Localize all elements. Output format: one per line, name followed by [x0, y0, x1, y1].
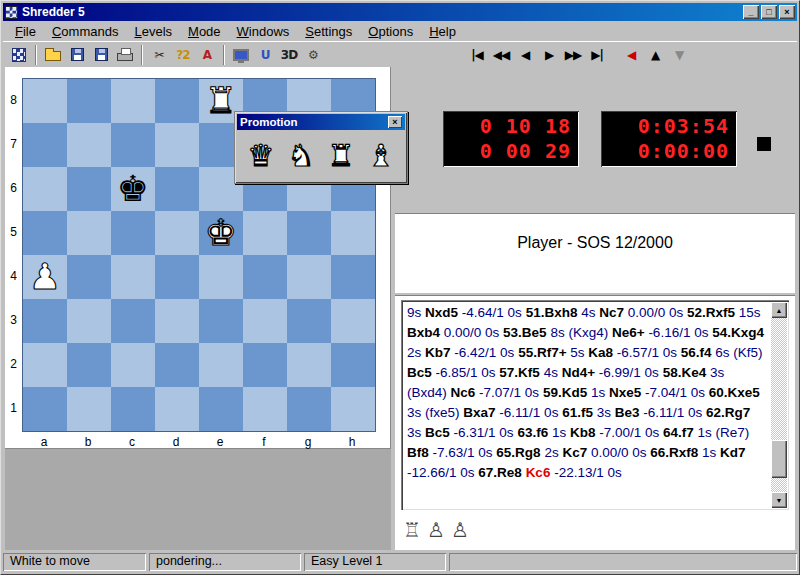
move-text[interactable]: Ka8: [588, 345, 613, 360]
square-d2[interactable]: [155, 343, 199, 387]
square-g1[interactable]: [287, 387, 331, 431]
settings-button[interactable]: ⚙: [301, 44, 325, 66]
square-b4[interactable]: [67, 255, 111, 299]
square-d4[interactable]: [155, 255, 199, 299]
square-d6[interactable]: [155, 167, 199, 211]
black-king[interactable]: ♚: [117, 167, 149, 211]
square-g2[interactable]: [287, 343, 331, 387]
square-b5[interactable]: [67, 211, 111, 255]
go-end-button[interactable]: ▶|: [585, 44, 609, 66]
move-text[interactable]: Bxa7: [463, 405, 495, 420]
move-text[interactable]: 67.Re8: [478, 465, 522, 480]
move-text[interactable]: Nd4+: [562, 365, 595, 380]
move-text[interactable]: 55.Rf7+: [518, 345, 566, 360]
square-c6[interactable]: ♚: [111, 167, 155, 211]
move-list[interactable]: 9s Nxd5 -4.64/1 0s 51.Bxh8 4s Nc7 0.00/0…: [401, 300, 789, 510]
move-text[interactable]: Ne6+: [612, 325, 645, 340]
white-king[interactable]: ♚: [205, 211, 237, 255]
move-text[interactable]: Kb7: [425, 345, 451, 360]
square-f4[interactable]: [243, 255, 287, 299]
square-h5[interactable]: [331, 211, 375, 255]
current-move[interactable]: Kc6: [526, 465, 551, 480]
move-text[interactable]: 56.f4: [681, 345, 712, 360]
square-a4[interactable]: ♟: [23, 255, 67, 299]
square-c4[interactable]: [111, 255, 155, 299]
square-c5[interactable]: [111, 211, 155, 255]
forward-fast-button[interactable]: ▶▶: [561, 44, 585, 66]
move-text[interactable]: Bc5: [425, 425, 450, 440]
square-a6[interactable]: [23, 167, 67, 211]
square-d8[interactable]: [155, 79, 199, 123]
square-c3[interactable]: [111, 299, 155, 343]
square-b7[interactable]: [67, 123, 111, 167]
square-b3[interactable]: [67, 299, 111, 343]
scrollbar-thumb[interactable]: [771, 440, 787, 478]
square-f5[interactable]: [243, 211, 287, 255]
square-b6[interactable]: [67, 167, 111, 211]
engine-window-button[interactable]: [229, 44, 253, 66]
menu-settings[interactable]: Settings: [297, 22, 360, 41]
move-text[interactable]: Be3: [615, 405, 640, 420]
move-text[interactable]: Nc7: [599, 305, 624, 320]
new-game-button[interactable]: [7, 44, 31, 66]
move-text[interactable]: 52.Rxf5: [687, 305, 735, 320]
square-g5[interactable]: [287, 211, 331, 255]
move-text[interactable]: 58.Ke4: [663, 365, 707, 380]
move-text[interactable]: Nxe5: [609, 385, 641, 400]
square-h4[interactable]: [331, 255, 375, 299]
white-pawn[interactable]: ♟: [29, 255, 61, 299]
menu-file[interactable]: File: [7, 22, 44, 41]
takeback-button[interactable]: ◀: [619, 44, 643, 66]
square-a1[interactable]: [23, 387, 67, 431]
square-h1[interactable]: [331, 387, 375, 431]
close-button[interactable]: ×: [779, 5, 795, 19]
square-b2[interactable]: [67, 343, 111, 387]
move-text[interactable]: 64.f7: [663, 425, 694, 440]
sound-button[interactable]: U: [253, 44, 277, 66]
notation-button[interactable]: A: [195, 44, 219, 66]
square-f1[interactable]: [243, 387, 287, 431]
move-text[interactable]: 65.Rg8: [496, 445, 540, 460]
square-d3[interactable]: [155, 299, 199, 343]
square-h2[interactable]: [331, 343, 375, 387]
move-text[interactable]: Kb8: [570, 425, 596, 440]
scroll-up-icon[interactable]: ▲: [771, 302, 787, 318]
move-text[interactable]: 53.Be5: [503, 325, 547, 340]
move-text[interactable]: Nxd5: [425, 305, 458, 320]
minimize-button[interactable]: _: [743, 5, 759, 19]
promote-queen-button[interactable]: ♛: [242, 135, 280, 175]
promotion-title-bar[interactable]: Promotion ×: [237, 114, 405, 130]
menu-mode[interactable]: Mode: [180, 22, 229, 41]
back-fast-button[interactable]: ◀◀: [489, 44, 513, 66]
open-button[interactable]: [41, 44, 65, 66]
cut-button[interactable]: ✂: [147, 44, 171, 66]
promote-knight-button[interactable]: ♞: [282, 135, 320, 175]
scrollbar[interactable]: ▲ ▼: [771, 302, 787, 508]
promote-bishop-button[interactable]: ♝: [362, 135, 400, 175]
move-text[interactable]: Bc5: [407, 365, 432, 380]
square-b8[interactable]: [67, 79, 111, 123]
move-text[interactable]: Bxb4: [407, 325, 440, 340]
menu-levels[interactable]: Levels: [126, 22, 180, 41]
maximize-button[interactable]: □: [761, 5, 777, 19]
pawn-icon[interactable]: ♙: [451, 518, 469, 542]
move-text[interactable]: 62.Rg7: [706, 405, 750, 420]
move-text[interactable]: Bf8: [407, 445, 429, 460]
move-text[interactable]: 60.Kxe5: [709, 385, 760, 400]
title-bar[interactable]: Shredder 5 _ □ ×: [3, 3, 797, 21]
move-text[interactable]: 51.Bxh8: [526, 305, 578, 320]
move-text[interactable]: 66.Rxf8: [650, 445, 698, 460]
square-d5[interactable]: [155, 211, 199, 255]
square-h3[interactable]: [331, 299, 375, 343]
square-a8[interactable]: [23, 79, 67, 123]
save-position-button[interactable]: [89, 44, 113, 66]
move-up-button[interactable]: ▲: [643, 44, 667, 66]
white-rook[interactable]: ♜: [205, 79, 237, 123]
square-d7[interactable]: [155, 123, 199, 167]
move-down-button[interactable]: ▼: [667, 44, 691, 66]
board-3d-button[interactable]: 3D: [277, 44, 301, 66]
scroll-down-icon[interactable]: ▼: [771, 492, 787, 508]
square-a7[interactable]: [23, 123, 67, 167]
move-text[interactable]: Kc7: [562, 445, 587, 460]
menu-help[interactable]: Help: [421, 22, 464, 41]
